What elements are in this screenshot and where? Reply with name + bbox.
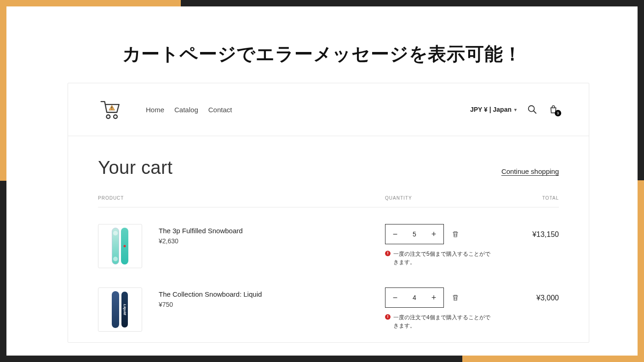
quantity-decrease-button[interactable]: − — [385, 288, 405, 307]
chevron-down-icon: ▾ — [514, 107, 517, 112]
quantity-error-message: ! 一度の注文で4個まで購入することができます。 — [385, 313, 495, 330]
error-text: 一度の注文で5個まで購入することができます。 — [393, 250, 495, 266]
currency-label: JPY ¥ | Japan — [470, 106, 512, 113]
cart-button[interactable]: 9 — [548, 104, 559, 115]
remove-item-button[interactable] — [451, 293, 460, 302]
col-total: TOTAL — [523, 195, 559, 201]
error-icon: ! — [385, 314, 391, 320]
svg-line-5 — [534, 111, 536, 114]
product-thumbnail[interactable] — [98, 224, 142, 268]
nav-contact[interactable]: Contact — [208, 106, 232, 114]
line-total: ¥3,000 — [523, 287, 559, 302]
main-nav: Home Catalog Contact — [146, 106, 232, 114]
quantity-error-message: ! 一度の注文で5個まで購入することができます。 — [385, 250, 495, 266]
quantity-stepper: − 5 + — [385, 224, 444, 244]
quantity-value[interactable]: 4 — [405, 294, 424, 301]
svg-point-1 — [114, 115, 117, 119]
quantity-increase-button[interactable]: + — [424, 224, 443, 244]
cart-badge: 9 — [555, 110, 561, 116]
svg-point-3 — [111, 109, 112, 110]
col-product: PRODUCT — [98, 195, 385, 201]
product-name[interactable]: The 3p Fulfilled Snowboard — [159, 227, 385, 235]
nav-home[interactable]: Home — [146, 106, 164, 114]
line-total: ¥13,150 — [523, 224, 559, 239]
continue-shopping-link[interactable]: Continue shopping — [501, 167, 559, 175]
error-text: 一度の注文で4個まで購入することができます。 — [393, 313, 495, 330]
store-logo[interactable] — [98, 97, 123, 122]
store-header: Home Catalog Contact JPY ¥ | Japan ▾ — [68, 83, 589, 136]
slide-panel: カートページでエラーメッセージを表示可能！ Home Catalog Conta… — [6, 6, 638, 356]
col-quantity: QUANTITY — [385, 195, 523, 201]
quantity-stepper: − 4 + — [385, 287, 444, 308]
cart-columns-header: PRODUCT QUANTITY TOTAL — [98, 195, 559, 207]
remove-item-button[interactable] — [451, 230, 460, 238]
cart-title: Your cart — [98, 157, 172, 178]
search-icon — [527, 104, 537, 115]
cart-page-preview: Home Catalog Contact JPY ¥ | Japan ▾ — [68, 83, 589, 343]
quantity-value[interactable]: 5 — [405, 230, 424, 238]
quantity-increase-button[interactable]: + — [424, 288, 443, 307]
product-name[interactable]: The Collection Snowboard: Liquid — [159, 290, 385, 298]
cart-item-row: The 3p Fulfilled Snowboard ¥2,630 − 5 + — [98, 224, 559, 268]
currency-selector[interactable]: JPY ¥ | Japan ▾ — [470, 106, 517, 113]
cart-item-row: The Collection Snowboard: Liquid ¥750 − … — [98, 287, 559, 332]
nav-catalog[interactable]: Catalog — [174, 106, 198, 114]
product-thumbnail[interactable] — [98, 287, 142, 332]
search-button[interactable] — [527, 104, 538, 115]
product-unit-price: ¥750 — [159, 301, 385, 308]
slide-headline: カートページでエラーメッセージを表示可能！ — [6, 41, 638, 67]
svg-point-0 — [106, 115, 110, 119]
trash-icon — [451, 293, 460, 302]
cart-body: Your cart Continue shopping PRODUCT QUAN… — [68, 136, 589, 332]
quantity-decrease-button[interactable]: − — [385, 224, 405, 244]
product-unit-price: ¥2,630 — [159, 237, 385, 245]
trash-icon — [451, 230, 460, 238]
error-icon: ! — [385, 251, 391, 256]
